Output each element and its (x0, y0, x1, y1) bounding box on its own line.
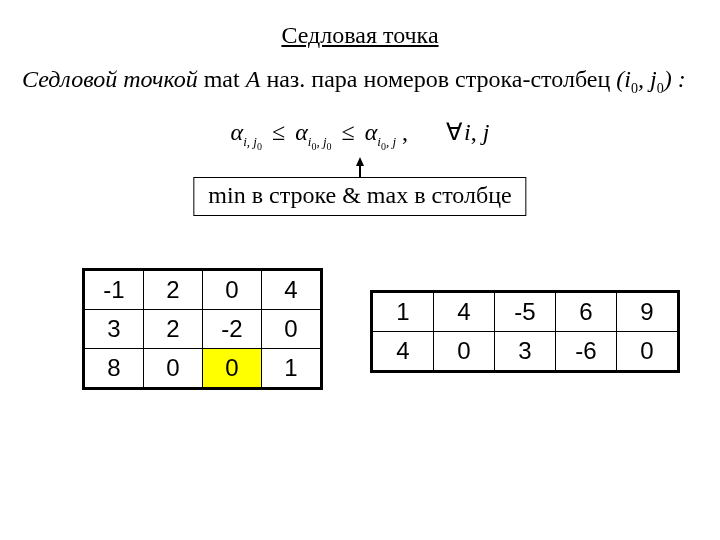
cell: 4 (372, 332, 434, 372)
cell: 0 (144, 349, 203, 389)
cell: 9 (617, 292, 679, 332)
cell: 2 (144, 270, 203, 310)
table-row: 4 0 3 -6 0 (372, 332, 679, 372)
cell: 2 (144, 310, 203, 349)
sub-i-1: i (243, 134, 247, 149)
sub-i0z-2: 0 (311, 140, 316, 151)
cell: 1 (372, 292, 434, 332)
cell: 0 (434, 332, 495, 372)
cell: 8 (84, 349, 144, 389)
cell: 0 (617, 332, 679, 372)
arrow-up (0, 152, 720, 170)
defn-tail: наз. пара номеров строка-столбец (260, 66, 616, 92)
sub-j0z-2: 0 (327, 140, 332, 151)
sub-i0z-3: 0 (381, 140, 386, 151)
cell: -2 (203, 310, 262, 349)
cell: 6 (556, 292, 617, 332)
defn-pair: (i0, j0) : (616, 66, 685, 92)
matrix-1: -1 2 0 4 3 2 -2 0 8 0 0 1 (82, 268, 323, 390)
alpha-3: α (365, 119, 378, 145)
cell: -1 (84, 270, 144, 310)
defn-mid: mat (198, 66, 246, 92)
cell: 1 (262, 349, 322, 389)
box-note: min в строке & max в столбце (193, 177, 526, 216)
cell: 3 (495, 332, 556, 372)
sub-j-3: j (392, 134, 396, 149)
alpha-1: α (231, 119, 244, 145)
definition-line: Седловой точкой mat A наз. пара номеров … (22, 66, 702, 97)
matrix-2: 1 4 -5 6 9 4 0 3 -6 0 (370, 290, 680, 373)
pair-i-sub: 0 (631, 81, 638, 96)
pair-comma: , (638, 66, 650, 92)
cell: 4 (434, 292, 495, 332)
forall-j: j (483, 119, 490, 145)
pair-j: j (650, 66, 657, 92)
table-row: -1 2 0 4 (84, 270, 322, 310)
defn-term: Седловой точкой (22, 66, 198, 92)
forall-symbol: ∀ (444, 119, 464, 145)
pair-close: ) : (664, 66, 686, 92)
page-title: Седловая точка (0, 22, 720, 49)
cell-saddle-highlight: 0 (203, 349, 262, 389)
pair-j-sub: 0 (657, 81, 664, 96)
table-row: 3 2 -2 0 (84, 310, 322, 349)
cell: 0 (262, 310, 322, 349)
pair-i: i (624, 66, 631, 92)
cell: 0 (203, 270, 262, 310)
table-row: 8 0 0 1 (84, 349, 322, 389)
le-1: ≤ (268, 119, 289, 145)
le-2: ≤ (338, 119, 359, 145)
ineq-comma: , (402, 119, 408, 145)
cell: 4 (262, 270, 322, 310)
inequality-formula: αi, j0 ≤ αi0, j0 ≤ αi0, j , ∀i, j (0, 118, 720, 151)
sub-j0z-1: 0 (257, 140, 262, 151)
forall-i: i (464, 119, 471, 145)
table-row: 1 4 -5 6 9 (372, 292, 679, 332)
forall-sep: , (471, 119, 483, 145)
cell: 3 (84, 310, 144, 349)
alpha-2: α (295, 119, 308, 145)
cell: -5 (495, 292, 556, 332)
cell: -6 (556, 332, 617, 372)
defn-A: A (246, 66, 261, 92)
arrow-up-icon (356, 157, 364, 166)
